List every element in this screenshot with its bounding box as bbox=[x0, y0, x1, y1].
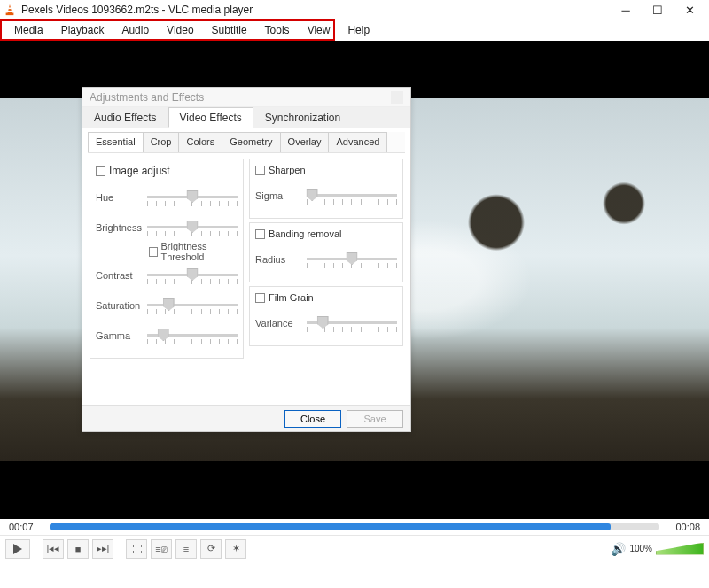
play-icon bbox=[13, 544, 22, 554]
time-elapsed: 00:07 bbox=[9, 522, 43, 532]
close-button[interactable]: ✕ bbox=[674, 0, 705, 19]
menu-help[interactable]: Help bbox=[339, 22, 378, 38]
next-button[interactable]: ▸▸| bbox=[92, 539, 113, 559]
slider-radius-slider[interactable] bbox=[307, 249, 397, 270]
menubar-highlight: Media Playback Audio Video Subtitle Tool… bbox=[0, 19, 335, 41]
sharpen-group: Sharpen Sigma bbox=[249, 159, 403, 219]
slider-sigma-label: Sigma bbox=[255, 190, 301, 201]
dialog-titlebar[interactable]: Adjustments and Effects bbox=[82, 88, 410, 107]
slider-radius-row: Radius bbox=[255, 244, 397, 275]
tab-synchronization[interactable]: Synchronization bbox=[253, 107, 352, 128]
subtab-essential[interactable]: Essential bbox=[88, 132, 144, 152]
film-grain-checkbox[interactable]: Film Grain bbox=[255, 292, 397, 303]
banding-removal-checkbox[interactable]: Banding removal bbox=[255, 228, 397, 239]
svg-rect-2 bbox=[8, 7, 12, 9]
shuffle-button[interactable]: ✶ bbox=[225, 539, 246, 559]
dialog-footer: Close Save bbox=[82, 405, 410, 431]
menu-tools[interactable]: Tools bbox=[256, 22, 299, 38]
menu-audio[interactable]: Audio bbox=[113, 22, 158, 38]
slider-brightness-row: Brightness bbox=[96, 213, 238, 243]
svg-marker-4 bbox=[13, 544, 22, 554]
subtab-advanced[interactable]: Advanced bbox=[328, 132, 387, 152]
stop-button[interactable]: ■ bbox=[67, 539, 89, 559]
dialog-close-icon[interactable] bbox=[391, 91, 403, 104]
slider-contrast-slider[interactable] bbox=[147, 265, 238, 286]
seek-row: 00:07 00:08 bbox=[0, 519, 709, 535]
subtab-overlay[interactable]: Overlay bbox=[280, 132, 330, 152]
prev-button[interactable]: |◂◂ bbox=[43, 539, 64, 559]
image-adjust-checkbox[interactable]: Image adjust bbox=[96, 165, 238, 177]
slider-variance-slider[interactable] bbox=[307, 313, 397, 334]
tab-video-effects[interactable]: Video Effects bbox=[168, 107, 253, 128]
svg-rect-3 bbox=[8, 11, 12, 12]
save-dialog-button[interactable]: Save bbox=[347, 410, 403, 428]
slider-sigma-row: Sigma bbox=[255, 181, 397, 211]
dialog-body: Image adjust Hue Brightness Brightness T… bbox=[82, 153, 410, 364]
slider-sigma-slider[interactable] bbox=[307, 185, 397, 206]
slider-brightness-slider[interactable] bbox=[147, 217, 238, 238]
slider-brightness-label: Brightness bbox=[96, 222, 142, 233]
volume-control: 🔊 100% bbox=[611, 542, 704, 556]
slider-hue-row: Hue bbox=[96, 182, 238, 213]
playlist-button[interactable]: ≡ bbox=[175, 539, 197, 559]
menu-view[interactable]: View bbox=[299, 22, 339, 38]
subtab-colors[interactable]: Colors bbox=[178, 132, 222, 152]
titlebar: Pexels Videos 1093662.m2ts - VLC media p… bbox=[0, 0, 709, 19]
subtab-geometry[interactable]: Geometry bbox=[222, 132, 280, 152]
slider-gamma-row: Gamma bbox=[96, 321, 238, 351]
close-dialog-button[interactable]: Close bbox=[284, 410, 341, 428]
menubar: Media Playback Audio Video Subtitle Tool… bbox=[2, 21, 333, 39]
slider-variance-row: Variance bbox=[255, 308, 397, 338]
film-grain-group: Film Grain Variance bbox=[249, 286, 403, 346]
vlc-cone-icon bbox=[4, 4, 16, 16]
slider-gamma-label: Gamma bbox=[96, 330, 142, 341]
sharpen-checkbox[interactable]: Sharpen bbox=[255, 165, 397, 175]
time-total: 00:08 bbox=[666, 522, 700, 532]
dialog-title: Adjustments and Effects bbox=[90, 91, 204, 104]
slider-contrast-row: Contrast bbox=[96, 260, 238, 290]
slider-saturation-row: Saturation bbox=[96, 290, 238, 321]
fullscreen-button[interactable]: ⛶ bbox=[126, 539, 147, 559]
menu-subtitle[interactable]: Subtitle bbox=[203, 22, 256, 38]
slider-hue-slider[interactable] bbox=[147, 187, 238, 208]
maximize-button[interactable]: ☐ bbox=[642, 0, 674, 19]
dialog-tabs-sub: Essential Crop Colors Geometry Overlay A… bbox=[88, 132, 405, 153]
slider-saturation-slider[interactable] bbox=[147, 295, 238, 316]
right-column: Sharpen Sigma Banding removal Radius Fil… bbox=[249, 159, 403, 359]
slider-gamma-slider[interactable] bbox=[147, 325, 238, 346]
video-area[interactable]: Adjustments and Effects Audio Effects Vi… bbox=[0, 41, 709, 519]
volume-slider[interactable] bbox=[656, 543, 704, 555]
subtab-crop[interactable]: Crop bbox=[143, 132, 180, 152]
image-adjust-group: Image adjust Hue Brightness Brightness T… bbox=[90, 159, 244, 359]
volume-percent: 100% bbox=[629, 544, 652, 553]
seek-bar[interactable] bbox=[50, 523, 659, 530]
slider-hue-label: Hue bbox=[96, 192, 142, 203]
ext-settings-button[interactable]: ≡⎚ bbox=[151, 539, 172, 559]
minimize-button[interactable]: ─ bbox=[610, 0, 642, 19]
speaker-icon[interactable]: 🔊 bbox=[611, 542, 626, 556]
play-button[interactable] bbox=[5, 539, 30, 559]
menu-media[interactable]: Media bbox=[5, 22, 52, 38]
menu-playback[interactable]: Playback bbox=[52, 22, 113, 38]
slider-radius-label: Radius bbox=[255, 254, 301, 265]
banding-removal-group: Banding removal Radius bbox=[249, 222, 403, 282]
loop-button[interactable]: ⟳ bbox=[200, 539, 222, 559]
slider-contrast-label: Contrast bbox=[96, 270, 142, 281]
svg-rect-1 bbox=[6, 13, 14, 16]
adjustments-effects-dialog: Adjustments and Effects Audio Effects Vi… bbox=[82, 87, 411, 432]
dialog-tabs-main: Audio Effects Video Effects Synchronizat… bbox=[82, 107, 410, 128]
controls-bar: |◂◂ ■ ▸▸| ⛶ ≡⎚ ≡ ⟳ ✶ 🔊 100% bbox=[0, 535, 709, 561]
slider-variance-label: Variance bbox=[255, 318, 301, 329]
menu-video[interactable]: Video bbox=[158, 22, 202, 38]
left-column: Image adjust Hue Brightness Brightness T… bbox=[90, 159, 244, 359]
tab-audio-effects[interactable]: Audio Effects bbox=[82, 107, 168, 128]
slider-saturation-label: Saturation bbox=[96, 300, 142, 311]
brightness-threshold-checkbox[interactable]: Brightness Threshold bbox=[96, 243, 238, 260]
window-title: Pexels Videos 1093662.m2ts - VLC media p… bbox=[21, 4, 610, 16]
